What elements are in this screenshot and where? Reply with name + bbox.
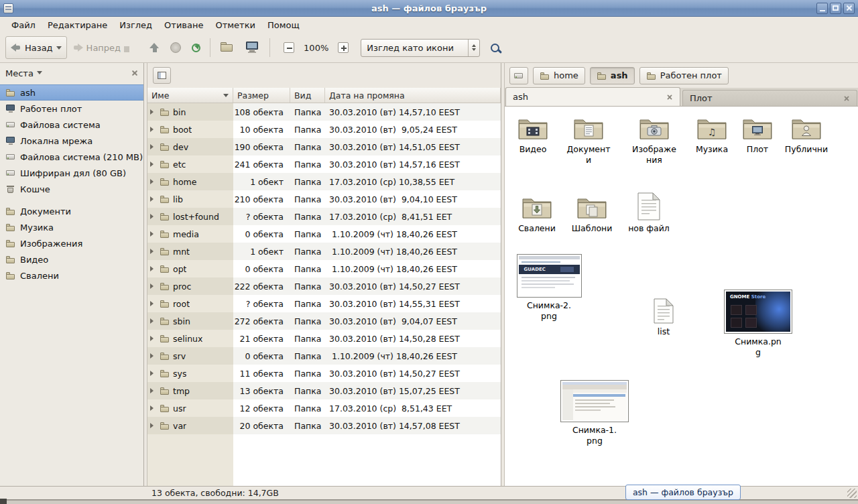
sidebar-item-Работен плот[interactable]: Работен плот	[0, 101, 143, 117]
zoom-out-button[interactable]	[278, 36, 300, 59]
forward-button[interactable]: Напред	[67, 36, 135, 59]
sidebar-item-Музика[interactable]: Музика	[0, 219, 143, 235]
tab-close-icon[interactable]	[667, 94, 673, 100]
expander-icon[interactable]	[150, 266, 156, 271]
expander-icon[interactable]	[150, 196, 156, 202]
table-row-etc[interactable]: etc 241 обекта Папка 30.03.2010 (вт) 14,…	[147, 155, 501, 173]
icon-item-нов файл[interactable]: нов файл	[623, 192, 674, 234]
table-row-proc[interactable]: proc 222 обекта Папка 30.03.2010 (вт) 14…	[147, 277, 501, 295]
icon-item-Музика[interactable]: ♫Музика	[686, 115, 737, 155]
sidebar-item-Видео[interactable]: Видео	[0, 251, 143, 267]
expander-icon[interactable]	[150, 405, 156, 411]
view-mode-combo[interactable]: Изглед като икони	[361, 39, 480, 57]
up-button[interactable]	[144, 36, 165, 59]
expander-icon[interactable]	[150, 318, 156, 324]
icon-item-Снимка.png[interactable]: GNOME Store Снимка.png	[722, 290, 794, 358]
titlebar[interactable]: ash — файлов браузър	[0, 0, 858, 17]
icon-item-list[interactable]: list	[640, 298, 687, 337]
home-button[interactable]	[214, 36, 240, 59]
expander-icon[interactable]	[150, 371, 156, 376]
tab-Плот[interactable]: Плот	[682, 90, 857, 106]
sidebar-item-Файлова система (210 MB)[interactable]: Файлова система (210 MB)	[0, 149, 143, 165]
column-header-3[interactable]: Дата на промяна	[325, 88, 501, 103]
icon-item-Снимка-1.png[interactable]: Снимка-1.png	[558, 380, 631, 446]
search-button[interactable]	[485, 36, 505, 59]
expander-icon[interactable]	[150, 127, 156, 132]
sidebar-item-Документи[interactable]: Документи	[0, 203, 143, 219]
sidebar-item-Файлова система[interactable]: Файлова система	[0, 117, 143, 133]
table-row-lib[interactable]: lib 210 обекта Папка 30.03.2010 (вт) 9,0…	[147, 190, 501, 208]
menu-item-3[interactable]: Отиване	[158, 18, 209, 32]
icon-item-Документи[interactable]: Документи	[563, 115, 614, 166]
expander-icon[interactable]	[150, 109, 156, 115]
expander-icon[interactable]	[150, 301, 156, 306]
icon-item-Снимка-2.png[interactable]: GUADEC Снимка-2.png	[514, 254, 584, 322]
column-header-2[interactable]: Вид	[290, 88, 325, 103]
expander-icon[interactable]	[150, 423, 156, 428]
table-row-mnt[interactable]: mnt 1 обект Папка 1.10.2009 (чт) 18,40,2…	[147, 243, 501, 260]
table-row-sys[interactable]: sys 11 обекта Папка 30.03.2010 (вт) 14,5…	[147, 365, 501, 382]
menu-item-5[interactable]: Помощ	[261, 18, 306, 32]
stop-button[interactable]	[165, 36, 186, 59]
maximize-button[interactable]	[830, 3, 841, 14]
table-row-media[interactable]: media 0 обекта Папка 1.10.2009 (чт) 18,4…	[147, 225, 501, 243]
table-row-tmp[interactable]: tmp 13 обекта Папка 30.03.2010 (вт) 15,0…	[147, 382, 501, 399]
sidebar-item-Свалени[interactable]: Свалени	[0, 267, 143, 284]
expander-icon[interactable]	[150, 231, 156, 237]
sidebar-close-icon[interactable]	[131, 70, 138, 76]
table-row-selinux[interactable]: selinux 21 обекта Папка 30.03.2010 (вт) …	[147, 330, 501, 347]
expander-icon[interactable]	[150, 336, 156, 341]
sidebar-item-Изображения[interactable]: Изображения	[0, 235, 143, 251]
expander-icon[interactable]	[150, 144, 156, 149]
menu-item-4[interactable]: Отметки	[209, 18, 261, 32]
expander-icon[interactable]	[150, 388, 156, 393]
table-row-home[interactable]: home 1 обект Папка 17.03.2010 (ср) 10,38…	[147, 173, 501, 190]
icon-item-Публични[interactable]: Публични	[781, 115, 832, 155]
expander-icon[interactable]	[150, 162, 156, 167]
expander-icon[interactable]	[150, 249, 156, 254]
table-row-bin[interactable]: bin 108 обекта Папка 30.03.2010 (вт) 14,…	[147, 103, 501, 121]
back-button[interactable]: Назад	[5, 36, 67, 59]
icon-item-Изображения[interactable]: Изображения	[629, 115, 680, 166]
expander-icon[interactable]	[150, 353, 156, 359]
expander-icon[interactable]	[150, 284, 156, 289]
sidebar-item-Кошче[interactable]: Кошче	[0, 181, 143, 197]
pathbar-root-button[interactable]	[509, 67, 528, 84]
sidebar-item-Локална мрежа[interactable]: Локална мрежа	[0, 133, 143, 149]
pathbar-button-home[interactable]: home	[533, 67, 585, 84]
table-row-boot[interactable]: boot 10 обекта Папка 30.03.2010 (вт) 9,0…	[147, 121, 501, 138]
table-row-usr[interactable]: usr 12 обекта Папка 17.03.2010 (ср) 8,51…	[147, 399, 501, 417]
icon-item-Видео[interactable]: Видео	[507, 115, 558, 155]
menu-item-0[interactable]: Файл	[5, 18, 42, 32]
minimize-button[interactable]	[816, 3, 828, 14]
reload-button[interactable]	[186, 36, 206, 59]
pathbar-button-Работен плот[interactable]: Работен плот	[639, 67, 729, 84]
icon-item-Свалени[interactable]: Свалени	[511, 194, 562, 234]
tab-close-icon[interactable]	[844, 95, 850, 101]
table-row-dev[interactable]: dev 190 обекта Папка 30.03.2010 (вт) 14,…	[147, 138, 501, 155]
table-row-lost+found[interactable]: lost+found ? обекта Папка 17.03.2010 (ср…	[147, 208, 501, 225]
resize-grip[interactable]	[847, 489, 857, 498]
expander-icon[interactable]	[150, 214, 156, 219]
menu-item-1[interactable]: Редактиране	[42, 18, 113, 32]
places-dropdown-icon[interactable]	[37, 71, 42, 77]
table-row-sbin[interactable]: sbin 272 обекта Папка 30.03.2010 (вт) 9,…	[147, 312, 501, 330]
tab-ash[interactable]: ash	[505, 87, 680, 106]
places-title[interactable]: Места	[5, 68, 34, 78]
pathbar-button-ash[interactable]: ash	[590, 67, 635, 84]
table-row-opt[interactable]: opt 0 обекта Папка 1.10.2009 (чт) 18,40,…	[147, 260, 501, 277]
zoom-in-button[interactable]	[332, 36, 354, 59]
close-button[interactable]	[843, 3, 855, 14]
sidebar-item-Шифриран дял (80 GB)[interactable]: Шифриран дял (80 GB)	[0, 165, 143, 181]
menu-item-2[interactable]: Изглед	[113, 18, 158, 32]
icon-item-Плот[interactable]: Плот	[732, 115, 783, 155]
column-header-1[interactable]: Размер	[233, 88, 290, 103]
icon-view[interactable]: Видео Документи Изображения ♫Музика Плот…	[505, 107, 858, 486]
pane-toggle-button[interactable]	[153, 67, 171, 84]
sidebar-item-ash[interactable]: ash	[0, 84, 143, 101]
table-row-var[interactable]: var 20 обекта Папка 30.03.2010 (вт) 14,5…	[147, 417, 501, 434]
taskbar-window-button[interactable]: ash — файлов браузър	[625, 485, 741, 500]
table-row-root[interactable]: root ? обекта Папка 30.03.2010 (вт) 14,5…	[147, 295, 501, 312]
table-row-srv[interactable]: srv 0 обекта Папка 1.10.2009 (чт) 18,40,…	[147, 347, 501, 365]
icon-item-Шаблони[interactable]: Шаблони	[566, 194, 617, 234]
